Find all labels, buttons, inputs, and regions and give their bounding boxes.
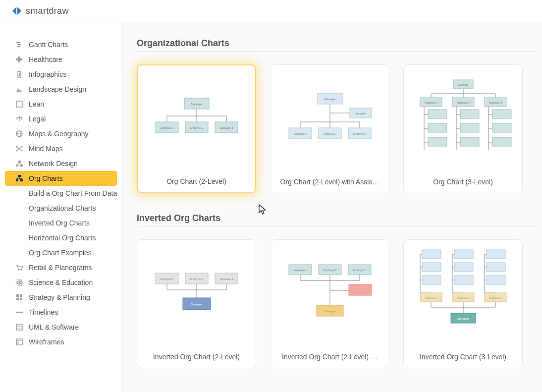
- svg-rect-153: [454, 250, 473, 259]
- sidebar-item-legal[interactable]: Legal: [5, 112, 117, 126]
- template-thumbnail: Employee 1 Employee 2 Employee 3 M: [271, 240, 389, 346]
- sidebar-subitem-inverted-org-charts[interactable]: Inverted Org Charts: [0, 216, 122, 230]
- sidebar-subitem-horizontal-org-charts[interactable]: Horizontal Org Charts: [0, 230, 122, 245]
- sidebar-item-landscape-design[interactable]: Landscape Design: [5, 82, 117, 97]
- cards-row-organizational: Manager Employee 1 Employee 2 Employee 3: [137, 64, 542, 193]
- svg-text:Employee 3: Employee 3: [488, 296, 502, 299]
- org-chart-icon: [15, 174, 24, 183]
- plus-icon: [15, 55, 24, 64]
- svg-text:Manager: Manager: [458, 83, 468, 86]
- gantt-icon: [15, 40, 24, 49]
- sidebar-item-timelines[interactable]: Timelines: [5, 305, 117, 320]
- sidebar-subitem-build-from-data[interactable]: Build a Org Chart From Data: [0, 186, 122, 201]
- svg-text:Employee 3: Employee 3: [219, 126, 233, 129]
- template-label: Org Chart (2-Level): [158, 170, 235, 192]
- mindmap-icon: [15, 144, 24, 153]
- svg-point-44: [19, 282, 20, 283]
- template-label: Inverted Org Chart (2-Level) …: [273, 346, 386, 368]
- template-thumbnail: Employee 1 Employee 2 Employee 3 Manager: [137, 240, 256, 346]
- brand-logo[interactable]: smartdraw: [11, 5, 69, 17]
- svg-marker-1: [17, 7, 21, 15]
- svg-rect-46: [20, 294, 22, 297]
- sidebar-item-label: Landscape Design: [29, 85, 86, 93]
- sidebar-item-network-design[interactable]: Network Design: [5, 156, 117, 171]
- sidebar-item-infographics[interactable]: Infographics: [5, 67, 117, 82]
- sidebar-item-label: Network Design: [29, 160, 78, 168]
- svg-point-39: [18, 270, 19, 271]
- svg-rect-158: [487, 276, 505, 284]
- template-thumbnail: Employee 1 Employee 2 Employee 3 Manager: [404, 240, 522, 346]
- scale-icon: [15, 114, 24, 123]
- svg-line-24: [17, 149, 19, 151]
- sidebar-item-label: Infographics: [29, 70, 66, 78]
- template-card-inverted-2-level[interactable]: Employee 1 Employee 2 Employee 3 Manager: [137, 239, 256, 368]
- info-icon: [15, 70, 24, 79]
- svg-rect-116: [460, 110, 479, 118]
- sidebar-item-wireframes[interactable]: Wireframes: [5, 335, 117, 349]
- sidebar-item-label: Retail & Planograms: [29, 264, 92, 272]
- svg-text:Employee 1: Employee 1: [424, 296, 437, 299]
- svg-rect-33: [16, 179, 18, 181]
- uml-icon: [15, 323, 24, 332]
- template-label: Inverted Org Chart (2-Level): [144, 346, 249, 368]
- strategy-icon: [15, 293, 24, 302]
- svg-rect-53: [16, 324, 22, 330]
- sidebar[interactable]: Gantt Charts Healthcare Infographics Lan…: [0, 22, 123, 392]
- sidebar-subitem-org-chart-examples[interactable]: Org Chart Examples: [0, 245, 122, 260]
- svg-rect-32: [18, 175, 21, 177]
- sidebar-item-healthcare[interactable]: Healthcare: [5, 52, 117, 67]
- sidebar-item-uml-software[interactable]: UML & Software: [5, 320, 117, 335]
- template-card-org-chart-3-level[interactable]: Manager Employee 1 Employee 2 Employee 3: [403, 64, 523, 193]
- svg-text:Employee 1: Employee 1: [424, 101, 437, 104]
- svg-text:Manager: Manager: [191, 103, 203, 106]
- sidebar-item-lean[interactable]: Lean: [5, 97, 117, 112]
- sidebar-item-gantt-charts[interactable]: Gantt Charts: [5, 37, 117, 52]
- section-divider: [137, 51, 537, 52]
- svg-text:Manager: Manager: [324, 310, 336, 313]
- svg-text:Employee 2: Employee 2: [323, 132, 336, 135]
- section-title-organizational-charts: Organizational Charts: [137, 38, 542, 49]
- sidebar-item-label: Org Charts: [29, 174, 62, 182]
- template-card-org-chart-2-level-assist[interactable]: Manager Associate Employee 1 Employee 2: [270, 64, 389, 193]
- template-label: Inverted Org Chart (3-Level): [411, 346, 515, 368]
- sidebar-subitem-organizational-charts[interactable]: Organizational Charts: [0, 201, 122, 216]
- header: smartdraw: [0, 0, 542, 22]
- wireframe-icon: [15, 337, 24, 346]
- svg-text:Associate: Associate: [355, 112, 366, 115]
- brand-text: smartdraw: [26, 6, 69, 16]
- svg-text:Employee 3: Employee 3: [219, 278, 233, 280]
- svg-rect-154: [454, 263, 473, 272]
- sidebar-item-label: Science & Education: [29, 279, 93, 286]
- svg-text:Employee 3: Employee 3: [353, 132, 366, 135]
- template-thumbnail: Manager Associate Employee 1 Employee 2: [271, 65, 389, 171]
- sidebar-item-label: Lean: [29, 100, 44, 108]
- svg-marker-0: [12, 7, 16, 15]
- sidebar-item-strategy-planning[interactable]: Strategy & Planning: [5, 290, 117, 305]
- svg-text:Manager: Manager: [191, 303, 203, 306]
- timeline-icon: [15, 308, 24, 317]
- sidebar-item-retail-planograms[interactable]: Retail & Planograms: [5, 260, 117, 275]
- template-card-inverted-3-level[interactable]: Employee 1 Employee 2 Employee 3 Manager: [403, 239, 523, 368]
- svg-rect-120: [492, 123, 511, 132]
- svg-rect-155: [454, 276, 473, 284]
- sidebar-item-maps-geography[interactable]: Maps & Geography: [5, 126, 117, 141]
- template-card-inverted-2-level-assist[interactable]: Employee 1 Employee 2 Employee 3 M: [270, 239, 389, 368]
- template-card-org-chart-2-level[interactable]: Manager Employee 1 Employee 2 Employee 3: [137, 64, 256, 193]
- template-label: Org Chart (2-Level) with Assis…: [271, 171, 388, 193]
- template-thumbnail: Manager Employee 1 Employee 2 Employee 3: [138, 65, 255, 170]
- sidebar-item-mind-maps[interactable]: Mind Maps: [5, 141, 117, 156]
- svg-text:Employee 2: Employee 2: [456, 296, 470, 299]
- svg-rect-48: [20, 298, 22, 300]
- svg-rect-6: [16, 58, 22, 60]
- sidebar-item-label: Mind Maps: [29, 145, 62, 153]
- sidebar-item-org-charts[interactable]: Org Charts: [5, 171, 117, 186]
- svg-rect-26: [18, 161, 21, 163]
- svg-rect-151: [422, 263, 441, 272]
- landscape-icon: [15, 85, 24, 94]
- svg-text:Employee 2: Employee 2: [456, 101, 470, 104]
- smartdraw-logo-icon: [11, 5, 23, 17]
- svg-text:Manager: Manager: [324, 98, 336, 101]
- svg-rect-8: [19, 73, 20, 76]
- sidebar-item-science-education[interactable]: Science & Education: [5, 275, 117, 290]
- svg-text:Employee 1: Employee 1: [160, 126, 173, 129]
